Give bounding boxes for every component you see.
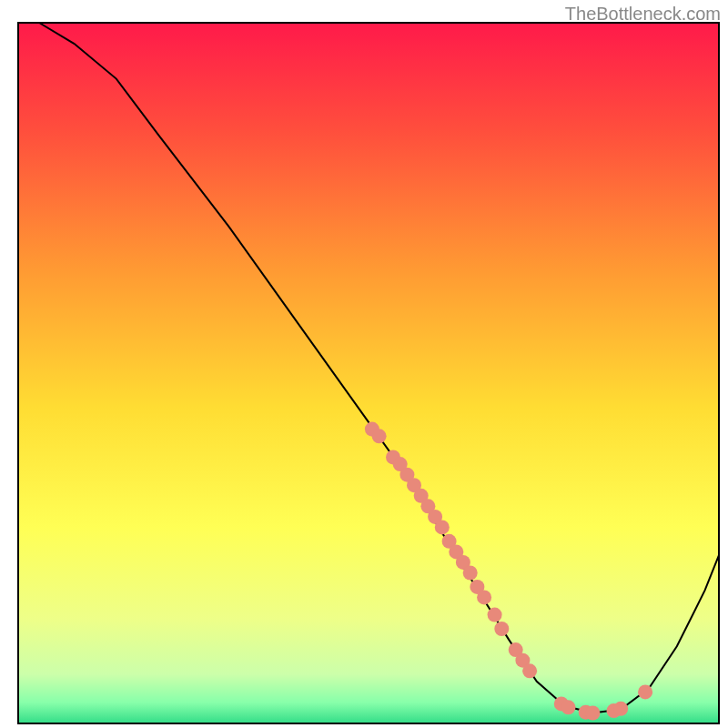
data-point: [585, 706, 600, 721]
data-point: [372, 429, 387, 443]
data-point: [463, 566, 478, 581]
data-point: [561, 700, 576, 714]
data-point: [613, 702, 628, 716]
watermark-text: TheBottleneck.com: [565, 4, 721, 25]
data-point: [488, 608, 502, 622]
data-point: [435, 520, 450, 534]
data-point: [494, 622, 509, 636]
gradient-background: [18, 23, 719, 723]
data-point: [638, 684, 652, 699]
data-point: [522, 663, 537, 678]
data-point: [477, 590, 491, 604]
chart-container: TheBottleneck.com: [0, 0, 728, 728]
bottleneck-chart: [0, 0, 728, 728]
